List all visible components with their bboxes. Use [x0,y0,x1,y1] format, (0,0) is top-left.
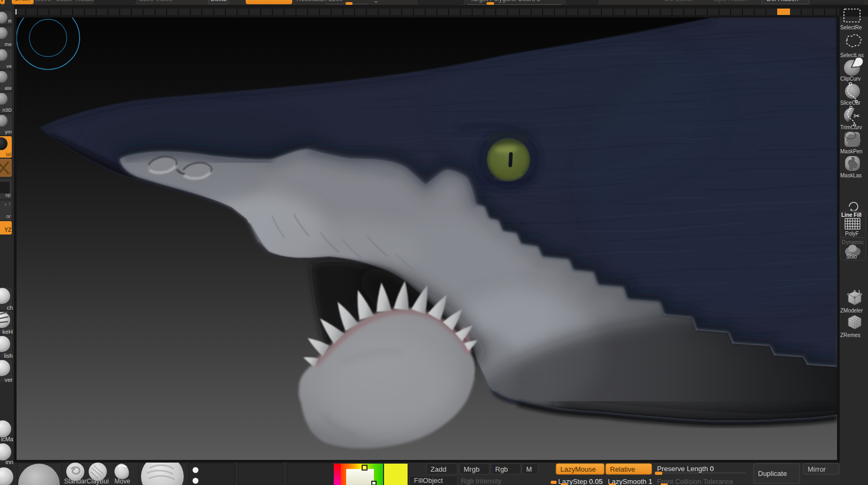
svg-text:1: 1 [858,289,861,294]
svg-text:sp: sp [5,192,11,198]
svg-text:ver: ver [5,377,13,383]
svg-text:R: R [8,18,12,24]
svg-text:icMa: icMa [1,436,14,442]
svg-text:Z: Z [9,202,11,206]
svg-text:or: or [6,213,11,219]
svg-text:PolyF: PolyF [845,231,859,237]
svg-text:Preserve Length 0: Preserve Length 0 [657,465,714,473]
svg-text:n3D: n3D [3,107,12,113]
svg-text:Move: Move [114,478,130,485]
svg-text:✂: ✂ [854,112,860,120]
svg-text:ve: ve [6,63,12,69]
svg-text:SliceCur: SliceCur [840,100,861,106]
svg-text:ClayBui: ClayBui [87,478,108,485]
svg-text:SelectRe: SelectRe [840,25,862,30]
svg-text:ch: ch [6,304,13,311]
svg-text:lish: lish [4,353,13,359]
svg-text:M: M [526,465,532,473]
svg-text:ClipCurv: ClipCurv [840,76,861,82]
svg-text:Duplicate: Duplicate [758,470,787,478]
svg-text:ZModeler: ZModeler [840,308,863,314]
svg-text:ate: ate [5,85,12,91]
svg-text:Relative: Relative [610,465,635,473]
svg-text:Dynamic: Dynamic [842,239,864,245]
svg-text:Mirror: Mirror [808,465,826,473]
svg-text:Solo: Solo [846,254,857,260]
svg-text:Front Collision Tolerance: Front Collision Tolerance [657,478,733,485]
svg-text:Standar: Standar [64,478,87,485]
svg-text:YZ: YZ [4,227,11,233]
svg-text:FillObject: FillObject [414,476,443,484]
svg-text:Y: Y [4,203,7,207]
svg-text:LazyMouse: LazyMouse [560,465,596,473]
svg-text:st: st [6,170,11,176]
svg-text:ym: ym [5,129,12,135]
svg-text:tal: tal [6,151,11,157]
svg-text:Zadd: Zadd [431,465,447,473]
svg-text:me: me [5,41,12,47]
svg-text:keH: keH [2,328,13,335]
svg-text:MaskLas: MaskLas [840,173,862,178]
svg-text:ZRemes: ZRemes [840,332,861,338]
svg-text:Rgb: Rgb [495,465,508,473]
svg-text:Rgb Intensity: Rgb Intensity [461,477,502,485]
svg-text:Line Fill: Line Fill [841,212,862,218]
svg-text:Mrgb: Mrgb [464,465,480,473]
svg-text:TrimCurv: TrimCurv [840,124,862,130]
svg-text:MaskPen: MaskPen [840,148,863,154]
svg-text:inn: inn [5,459,13,465]
